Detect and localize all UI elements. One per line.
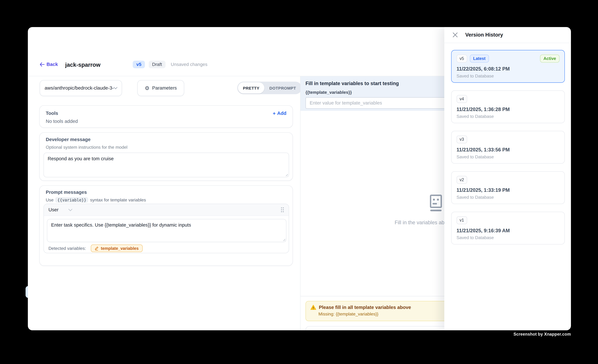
version-history-title: Version History bbox=[465, 32, 503, 38]
warning-title: Please fill in all template variables ab… bbox=[319, 305, 411, 310]
version-number-badge: v5 bbox=[457, 55, 467, 63]
parameters-button[interactable]: ⚙ Parameters bbox=[137, 80, 184, 96]
latest-badge: Latest bbox=[470, 55, 489, 63]
back-arrow-icon bbox=[40, 62, 45, 67]
add-tool-button[interactable]: + Add bbox=[273, 111, 286, 116]
developer-message-textarea[interactable]: Respond as you are tom cruise bbox=[43, 152, 289, 177]
template-variable-label: {{template_variables}} bbox=[306, 90, 352, 95]
detected-variable-name: template_variables bbox=[101, 246, 139, 251]
version-status: Saved to Database bbox=[457, 74, 560, 78]
warning-icon bbox=[310, 305, 316, 310]
robot-icon bbox=[428, 194, 444, 213]
version-status: Saved to Database bbox=[457, 195, 560, 199]
version-timestamp: 11/21/2025, 1:36:28 PM bbox=[457, 107, 560, 112]
prompt-messages-label: Prompt messages bbox=[46, 190, 87, 195]
tools-card: Tools + Add No tools added bbox=[39, 105, 293, 128]
tools-label: Tools bbox=[46, 111, 58, 116]
draft-badge: Draft bbox=[149, 61, 166, 68]
role-selector[interactable]: User bbox=[48, 207, 73, 212]
version-card[interactable]: v4 11/21/2025, 1:36:28 PM Saved to Datab… bbox=[451, 90, 565, 123]
pencil-icon bbox=[95, 246, 99, 251]
version-card[interactable]: v1 11/21/2025, 9:16:39 AM Saved to Datab… bbox=[451, 212, 565, 244]
prompt-messages-hint: Use {{variable}} syntax for template var… bbox=[46, 197, 146, 203]
model-selector[interactable]: aws/anthropic/bedrock-claude-3-5-s... bbox=[40, 80, 122, 96]
toggle-dotprompt[interactable]: DOTPROMPT bbox=[265, 82, 301, 93]
message-block: User Enter task sp bbox=[43, 204, 289, 253]
version-timestamp: 11/21/2025, 9:16:39 AM bbox=[457, 228, 560, 233]
active-badge: Active bbox=[540, 55, 559, 63]
chevron-down-icon bbox=[68, 208, 73, 211]
app-window: Back jack-sparrow v5 Draft Unsaved chang… bbox=[28, 27, 571, 330]
version-number-badge: v4 bbox=[457, 95, 467, 103]
unsaved-changes-text: Unsaved changes bbox=[171, 62, 208, 67]
detected-variable-chip[interactable]: template_variables bbox=[91, 245, 142, 252]
version-status: Saved to Database bbox=[457, 154, 560, 159]
version-badge: v5 bbox=[133, 61, 145, 68]
version-number-badge: v3 bbox=[457, 135, 467, 143]
tools-empty-text: No tools added bbox=[46, 119, 78, 124]
chevron-down-icon bbox=[114, 87, 117, 89]
close-icon bbox=[453, 33, 458, 37]
hint-prefix: Use bbox=[46, 198, 54, 202]
version-list: v5 Latest Active 11/22/2025, 6:08:12 PM … bbox=[444, 43, 571, 245]
version-status: Saved to Database bbox=[457, 114, 560, 119]
editor-pane: aws/anthropic/bedrock-claude-3-5-s... ⚙ … bbox=[28, 76, 300, 330]
detected-variables-label: Detected variables: bbox=[48, 246, 86, 251]
template-variables-title: Fill in template variables to start test… bbox=[306, 81, 399, 86]
developer-message-card: Developer message Optional system instru… bbox=[39, 132, 293, 181]
message-textarea[interactable]: Enter task specifics. Use {{template_var… bbox=[47, 219, 286, 242]
version-card[interactable]: v5 Latest Active 11/22/2025, 6:08:12 PM … bbox=[451, 50, 565, 83]
format-toggle: PRETTY DOTPROMPT bbox=[237, 82, 302, 94]
version-number-badge: v2 bbox=[457, 176, 467, 184]
model-selector-value: aws/anthropic/bedrock-claude-3-5-s... bbox=[45, 85, 114, 91]
version-history-panel: Version History v5 Latest Active 11/22/2… bbox=[444, 27, 571, 330]
detected-variables-row: Detected variables: template_variables bbox=[48, 245, 142, 252]
version-history-header: Version History bbox=[444, 27, 571, 43]
version-timestamp: 11/22/2025, 6:08:12 PM bbox=[457, 66, 560, 72]
back-label: Back bbox=[47, 62, 58, 67]
version-card[interactable]: v2 11/21/2025, 1:33:19 PM Saved to Datab… bbox=[451, 171, 565, 204]
developer-message-hint: Optional system instructions for the mod… bbox=[46, 145, 127, 149]
screenshot-stage: Back jack-sparrow v5 Draft Unsaved chang… bbox=[0, 0, 598, 364]
version-timestamp: 11/21/2025, 1:33:56 PM bbox=[457, 147, 560, 152]
developer-message-label: Developer message bbox=[46, 137, 91, 142]
version-status: Saved to Database bbox=[457, 235, 560, 240]
version-card[interactable]: v3 11/21/2025, 1:33:56 PM Saved to Datab… bbox=[451, 131, 565, 164]
version-timestamp: 11/21/2025, 1:33:19 PM bbox=[457, 187, 560, 193]
add-tool-label: Add bbox=[277, 111, 286, 116]
page-title: jack-sparrow bbox=[65, 61, 100, 68]
close-button[interactable] bbox=[453, 33, 458, 37]
back-button[interactable]: Back bbox=[40, 62, 58, 67]
drag-handle-icon[interactable] bbox=[281, 207, 284, 212]
version-number-badge: v1 bbox=[457, 216, 467, 224]
prompt-messages-card: Prompt messages Use {{variable}} syntax … bbox=[39, 185, 293, 266]
watermark-text: Screenshot by Xnapper.com bbox=[514, 332, 571, 336]
parameters-label: Parameters bbox=[152, 85, 177, 91]
hint-suffix: syntax for template variables bbox=[90, 198, 146, 202]
role-value: User bbox=[48, 207, 58, 212]
plus-icon: + bbox=[273, 111, 276, 116]
variable-syntax-chip: {{variable}} bbox=[55, 197, 88, 203]
toggle-pretty[interactable]: PRETTY bbox=[238, 82, 264, 93]
gear-icon: ⚙ bbox=[145, 85, 150, 91]
message-header: User bbox=[44, 204, 289, 216]
